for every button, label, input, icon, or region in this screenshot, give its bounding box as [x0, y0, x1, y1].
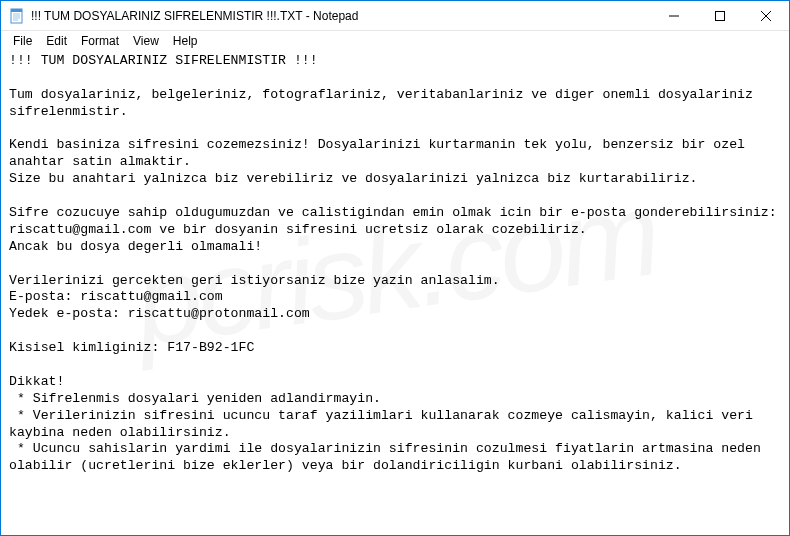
text-content-area[interactable]: !!! TUM DOSYALARINIZ SIFRELENMISTIR !!! … — [1, 51, 789, 535]
menu-view[interactable]: View — [127, 33, 165, 49]
menu-format[interactable]: Format — [75, 33, 125, 49]
maximize-icon — [715, 11, 725, 21]
menu-edit[interactable]: Edit — [40, 33, 73, 49]
menubar: File Edit Format View Help — [1, 31, 789, 51]
menu-help[interactable]: Help — [167, 33, 204, 49]
close-button[interactable] — [743, 1, 789, 31]
close-icon — [761, 11, 771, 21]
minimize-button[interactable] — [651, 1, 697, 31]
svg-rect-7 — [716, 12, 725, 21]
svg-rect-1 — [11, 9, 22, 12]
minimize-icon — [669, 11, 679, 21]
maximize-button[interactable] — [697, 1, 743, 31]
titlebar-left: !!! TUM DOSYALARINIZ SIFRELENMISTIR !!!.… — [1, 8, 358, 24]
window-titlebar: !!! TUM DOSYALARINIZ SIFRELENMISTIR !!!.… — [1, 1, 789, 31]
window-controls — [651, 1, 789, 30]
menu-file[interactable]: File — [7, 33, 38, 49]
notepad-icon — [9, 8, 25, 24]
window-title: !!! TUM DOSYALARINIZ SIFRELENMISTIR !!!.… — [31, 9, 358, 23]
